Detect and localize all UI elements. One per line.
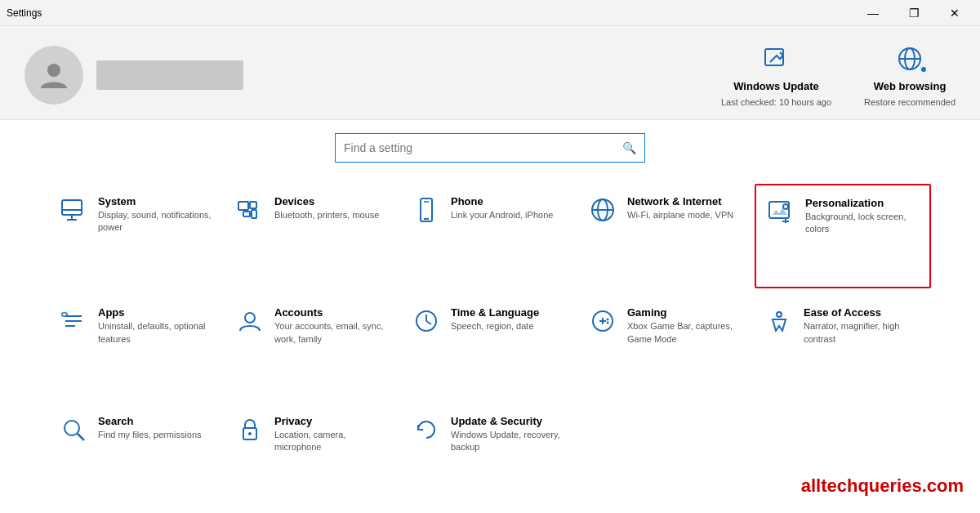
time-title: Time & Language [451,306,539,319]
privacy-title: Privacy [274,415,392,427]
network-text: Network & Internet Wi-Fi, airplane mode,… [627,195,733,221]
apps-title: Apps [98,306,216,319]
minimize-button[interactable]: — [854,2,892,25]
header: Windows Update Last checked: 10 hours ag… [0,26,980,120]
setting-item-devices[interactable]: Devices Bluetooth, printers, mouse [225,184,402,288]
setting-item-accounts[interactable]: Accounts Your accounts, email, sync, wor… [225,295,402,396]
gaming-icon [588,306,617,336]
search-text: Search Find my files, permissions [98,415,202,441]
svg-rect-5 [62,200,82,215]
svg-point-37 [65,421,79,435]
title-bar: Settings — ❐ ✕ [0,0,980,26]
setting-item-search[interactable]: Search Find my files, permissions [49,404,225,505]
time-text: Time & Language Speech, region, date [451,306,539,332]
accounts-title: Accounts [274,306,392,319]
accounts-icon [235,306,265,336]
settings-content: Windows Update Last checked: 10 hours ag… [0,26,980,513]
maximize-button[interactable]: ❐ [895,2,933,25]
setting-item-personalization[interactable]: Personalization Background, lock screen,… [755,184,931,288]
privacy-text: Privacy Location, camera, microphone [274,415,392,454]
phone-text: Phone Link your Android, iPhone [451,195,553,221]
update-text: Update & Security Windows Update, recove… [451,415,568,454]
web-browsing-item[interactable]: Web browsing Restore recommended [864,42,956,107]
setting-item-update[interactable]: Update & Security Windows Update, recove… [402,404,578,505]
windows-update-label: Windows Update [733,80,819,92]
update-title: Update & Security [451,415,568,427]
privacy-desc: Location, camera, microphone [274,429,392,454]
time-icon [412,306,441,336]
user-name-placeholder [96,60,243,90]
setting-item-system[interactable]: System Display, sound, notifications, po… [49,184,225,288]
svg-rect-10 [250,202,256,208]
svg-rect-12 [252,210,256,218]
devices-desc: Bluetooth, printers, mouse [274,209,379,221]
ease-text: Ease of Access Narrator, magnifier, high… [804,306,921,346]
privacy-icon [235,415,265,444]
app-title: Settings [7,7,42,19]
search-input[interactable] [344,141,622,154]
personalization-title: Personalization [805,197,920,209]
windows-update-item[interactable]: Windows Update Last checked: 10 hours ag… [721,42,831,107]
setting-item-phone[interactable]: Phone Link your Android, iPhone [402,184,578,288]
system-text: System Display, sound, notifications, po… [98,195,216,234]
setting-item-time[interactable]: Time & Language Speech, region, date [402,295,578,396]
search-settings-icon [59,415,88,444]
windows-update-sub: Last checked: 10 hours ago [721,97,831,107]
watermark: alltechqueries.com [801,475,964,497]
phone-icon [412,195,441,225]
windows-update-icon [760,42,793,75]
network-title: Network & Internet [627,195,733,207]
svg-point-20 [783,204,788,209]
setting-item-privacy[interactable]: Privacy Location, camera, microphone [225,404,402,505]
gaming-text: Gaming Xbox Game Bar, captures, Game Mod… [627,306,745,346]
svg-rect-9 [238,202,248,210]
svg-point-36 [777,312,782,317]
svg-rect-11 [243,212,250,216]
setting-item-ease[interactable]: Ease of Access Narrator, magnifier, high… [755,295,931,396]
web-browsing-label: Web browsing [874,80,947,92]
accounts-text: Accounts Your accounts, email, sync, wor… [274,306,392,346]
search-desc: Find my files, permissions [98,429,202,441]
setting-item-network[interactable]: Network & Internet Wi-Fi, airplane mode,… [578,184,755,288]
svg-point-40 [248,432,252,435]
svg-line-38 [78,434,84,440]
network-desc: Wi-Fi, airplane mode, VPN [627,209,733,221]
ease-title: Ease of Access [804,306,921,319]
search-icon: 🔍 [622,141,636,154]
web-browsing-sub: Restore recommended [864,97,956,107]
setting-item-gaming[interactable]: Gaming Xbox Game Bar, captures, Game Mod… [578,295,755,396]
devices-title: Devices [274,195,379,207]
phone-title: Phone [451,195,553,207]
web-browsing-icon [893,42,926,75]
avatar [24,46,83,105]
time-desc: Speech, region, date [451,320,539,332]
svg-rect-26 [62,313,67,316]
accounts-desc: Your accounts, email, sync, work, family [274,320,392,346]
update-icon [412,415,441,444]
search-bar[interactable]: 🔍 [335,133,645,163]
svg-point-34 [607,319,609,321]
svg-point-0 [47,64,60,77]
personalization-text: Personalization Background, lock screen,… [805,197,920,236]
personalization-desc: Background, lock screen, colors [805,211,920,236]
window-controls: — ❐ ✕ [854,2,973,25]
gaming-title: Gaming [627,306,745,319]
close-button[interactable]: ✕ [936,2,973,25]
system-desc: Display, sound, notifications, power [98,209,216,234]
system-icon [59,195,88,225]
devices-text: Devices Bluetooth, printers, mouse [274,195,379,221]
search-bar-container: 🔍 [0,120,980,176]
svg-point-27 [245,313,255,323]
update-desc: Windows Update, recovery, backup [451,429,568,454]
svg-line-30 [426,321,431,324]
setting-item-apps[interactable]: Apps Uninstall, defaults, optional featu… [49,295,225,396]
system-title: System [98,195,216,207]
personalization-icon [766,197,795,226]
apps-icon [59,306,88,336]
phone-desc: Link your Android, iPhone [451,209,553,221]
apps-text: Apps Uninstall, defaults, optional featu… [98,306,216,346]
devices-icon [235,195,265,225]
header-right: Windows Update Last checked: 10 hours ag… [721,42,956,107]
ease-desc: Narrator, magnifier, high contrast [804,320,921,346]
gaming-desc: Xbox Game Bar, captures, Game Mode [627,320,745,346]
